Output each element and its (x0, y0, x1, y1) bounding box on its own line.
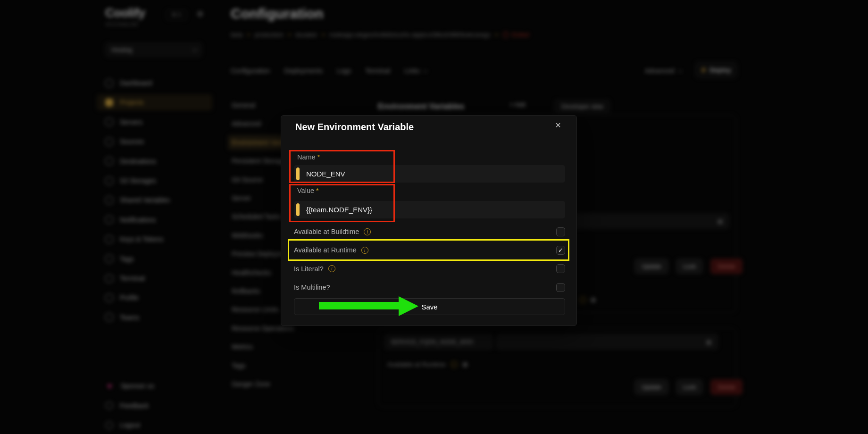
option-row-available-at-buildtime: Available at Buildtimei (294, 225, 565, 238)
config-nav-danger-zone[interactable]: Danger Zone (228, 376, 323, 392)
close-icon[interactable]: × (552, 119, 564, 131)
developer-view-button[interactable]: Developer view (555, 100, 610, 113)
sidebar-item-label: Profile (120, 294, 139, 301)
sidebar-item-projects[interactable]: Projects (97, 94, 212, 110)
name-field (294, 165, 565, 183)
checkbox-is-multiline[interactable] (556, 283, 565, 292)
info-icon[interactable]: i (579, 296, 586, 303)
sidebar-item-s3-storages[interactable]: S3 Storages (97, 173, 212, 189)
eye-icon[interactable]: ◉ (706, 338, 712, 346)
notifications-icon (105, 216, 113, 224)
search-shortcut[interactable]: ⌘ K (166, 9, 187, 20)
app-logo: Coolify (105, 6, 145, 20)
info-icon[interactable]: i (361, 247, 368, 254)
tab-label: Logs (337, 67, 351, 75)
sources-icon (105, 138, 113, 146)
tab-label: Links (404, 67, 420, 75)
env-var-2-name-input[interactable]: SERVICE_FQDN_NODE_8000 (384, 334, 493, 350)
tab-configuration[interactable]: Configuration (231, 67, 270, 75)
sidebar-item-profile[interactable]: Profile (97, 290, 212, 306)
sidebar-item-sources[interactable]: Sources (97, 134, 212, 150)
sidebar-item-terminal[interactable]: Terminal (97, 270, 212, 286)
tab-logs[interactable]: Logs (337, 67, 351, 75)
sidebar-item-dashboard[interactable]: Dashboard (97, 75, 212, 91)
runtime-flag-label: Available at Runtime (387, 361, 446, 368)
breadcrumb-segment[interactable]: nodeapp-wkgws0o4k8ckso0o-aijqlvcs08kck08… (329, 31, 491, 38)
sidebar-item-sponsor-us[interactable]: ♥Sponsor us (97, 378, 212, 394)
sidebar-item-keys-tokens[interactable]: Keys & Tokens (97, 231, 212, 247)
advanced-dropdown[interactable]: Advanced (645, 67, 681, 75)
option-label: Available at Runtime (294, 246, 357, 254)
s3-storages-icon (105, 177, 113, 185)
info-icon[interactable]: i (328, 265, 335, 272)
sidebar-item-destinations[interactable]: Destinations (97, 153, 212, 169)
sidebar-item-notifications[interactable]: Notifications (97, 212, 212, 228)
tab-terminal[interactable]: Terminal (365, 67, 390, 75)
breadcrumb-segment[interactable]: dusaker (295, 31, 317, 38)
update-button[interactable]: Update (634, 379, 668, 395)
option-row-is-literal: Is Literal?i (294, 263, 565, 275)
tab-links[interactable]: Links (404, 67, 426, 75)
env-var-2-value-input[interactable]: ◉ (496, 334, 718, 350)
sidebar-item-servers[interactable]: Servers (97, 114, 212, 130)
error-icon: ! (502, 32, 509, 38)
name-input[interactable] (294, 165, 565, 183)
checkbox-available-at-runtime[interactable]: ✓ (556, 246, 565, 255)
required-asterisk: * (317, 153, 320, 161)
add-env-var-button[interactable]: + Add (509, 101, 526, 108)
sidebar-item-label: Shared Variables (120, 196, 170, 204)
team-selector-value: Hosting (111, 46, 132, 53)
lock-button[interactable]: Lock (676, 379, 703, 395)
value-input[interactable] (294, 201, 565, 218)
gear-icon[interactable]: ⚙ (197, 9, 203, 18)
update-button[interactable]: Update (634, 259, 668, 274)
deploy-button[interactable]: Deploy (695, 62, 737, 78)
env-var-2-name: SERVICE_FQDN_NODE_8000 (391, 339, 473, 345)
sidebar-item-label: Sponsor us (121, 382, 154, 390)
breadcrumb-segment[interactable]: production (255, 31, 284, 38)
sidebar-item-teams[interactable]: Teams (97, 309, 212, 326)
sidebar-item-feedback[interactable]: Feedback (97, 398, 212, 414)
sidebar-item-shared-variables[interactable]: Shared Variables (97, 192, 212, 208)
tab-label: Deployments (284, 67, 323, 75)
eye-icon: ◉ (590, 295, 596, 304)
save-button[interactable]: Save (294, 298, 565, 315)
breadcrumb-separator: > (247, 31, 250, 38)
info-icon[interactable]: i (364, 228, 371, 235)
config-nav-general[interactable]: General (228, 98, 323, 113)
option-label-group: Available at Buildtimei (294, 228, 371, 235)
chevron-down-icon (678, 68, 683, 73)
env-var-1-actions: UpdateLockDelete (634, 259, 743, 274)
keys-tokens-icon (105, 235, 113, 243)
page-title: Configuration (231, 6, 324, 22)
eye-icon[interactable]: ◉ (717, 217, 723, 225)
status-badge: !Exited (502, 31, 529, 38)
option-label: Available at Buildtime (294, 228, 359, 235)
required-asterisk: * (316, 187, 319, 194)
option-label-group: Is Literal?i (294, 265, 335, 273)
config-nav-tags[interactable]: Tags (228, 358, 323, 373)
info-icon[interactable]: i (451, 361, 458, 368)
delete-button[interactable]: Delete (710, 259, 743, 274)
deploy-label: Deploy (709, 67, 731, 74)
sidebar-item-tags[interactable]: Tags (97, 251, 212, 267)
config-nav-metrics[interactable]: Metrics (228, 339, 323, 354)
env-var-1-flags: i ◉ (579, 295, 596, 304)
breadcrumb-segment[interactable]: beta (231, 31, 242, 38)
sidebar-item-logout[interactable]: Logout (97, 417, 212, 433)
projects-icon (105, 99, 113, 107)
lock-button[interactable]: Lock (676, 259, 703, 274)
delete-button[interactable]: Delete (710, 379, 743, 395)
sidebar-item-label: Servers (120, 118, 142, 126)
breadcrumb-separator: > (288, 31, 292, 38)
new-env-var-modal: New Environment Variable × Name * Value … (281, 115, 577, 326)
option-label-group: Is Multiline? (294, 284, 330, 291)
team-selector[interactable]: Hosting (105, 42, 202, 57)
tab-deployments[interactable]: Deployments (284, 67, 323, 75)
checkbox-is-literal[interactable] (556, 264, 565, 273)
teams-icon (105, 313, 113, 321)
checkbox-available-at-buildtime[interactable] (556, 227, 565, 236)
sidebar-item-label: Teams (120, 314, 139, 321)
value-field-label: Value * (297, 187, 319, 194)
sidebar-item-label: S3 Storages (120, 177, 156, 184)
